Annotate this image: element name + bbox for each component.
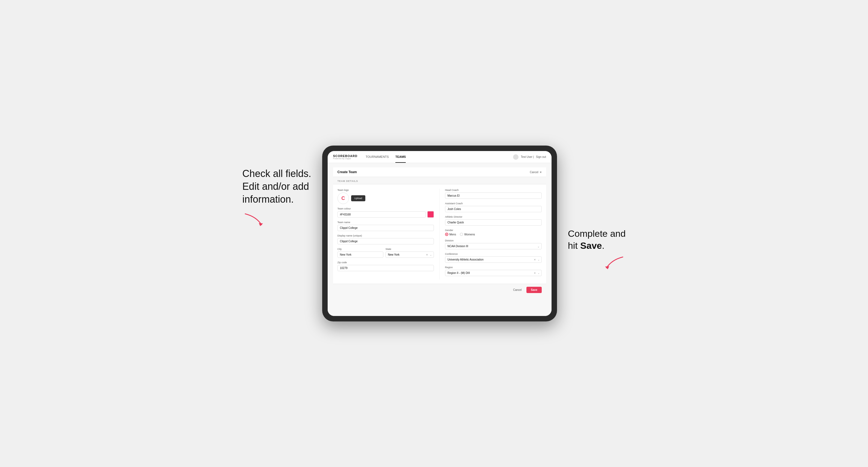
- state-group: State ✕ ⌄: [385, 248, 434, 258]
- head-coach-group: Head Coach: [445, 189, 542, 199]
- region-chevron-icon[interactable]: ⌄: [537, 272, 541, 275]
- conference-select-wrapper: ✕ ⌄: [445, 256, 542, 263]
- modal-title: Create Team: [338, 170, 357, 174]
- nav-links: TOURNAMENTS TEAMS: [366, 151, 513, 163]
- sign-out-link[interactable]: Sign out: [536, 155, 546, 158]
- gender-womens-label: Womens: [464, 233, 475, 236]
- avatar: [513, 154, 519, 160]
- instruction-line3: information.: [243, 193, 311, 206]
- nav-teams[interactable]: TEAMS: [395, 151, 406, 163]
- region-input[interactable]: [445, 270, 533, 276]
- brand-logo: SCOREBOARD Powered by clippd: [333, 154, 358, 159]
- athletic-director-label: Athletic Director: [445, 216, 542, 218]
- svg-marker-1: [605, 266, 609, 269]
- city-group: City: [338, 248, 383, 258]
- team-colour-label: Team colour: [338, 207, 434, 210]
- state-chevron-icon[interactable]: ⌄: [429, 253, 434, 256]
- upload-button[interactable]: Upload: [351, 195, 366, 201]
- gender-label: Gender: [445, 229, 542, 231]
- modal-header: Create Team Cancel ✕: [333, 167, 546, 177]
- tablet-screen: SCOREBOARD Powered by clippd TOURNAMENTS…: [328, 151, 552, 316]
- assistant-coach-label: Assistant Coach: [445, 202, 542, 205]
- svg-marker-0: [259, 223, 263, 226]
- navbar: SCOREBOARD Powered by clippd TOURNAMENTS…: [328, 151, 552, 163]
- instruction-right: Complete and hit Save.: [568, 227, 626, 271]
- form-area: Team logo C Upload Team colo: [333, 184, 546, 284]
- instruction-right-prefix: hit: [568, 240, 580, 251]
- division-select-wrapper: NCAA Division III: [445, 243, 542, 249]
- team-logo-circle: C: [338, 192, 349, 204]
- gender-womens-radio[interactable]: [460, 233, 463, 236]
- state-label: State: [385, 248, 434, 250]
- display-name-group: Display name (unique): [338, 234, 434, 244]
- state-clear-icon[interactable]: ✕: [425, 253, 429, 256]
- brand-main-text: SCOREBOARD: [333, 154, 358, 158]
- tablet-frame: SCOREBOARD Powered by clippd TOURNAMENTS…: [322, 146, 557, 321]
- color-swatch[interactable]: [427, 211, 434, 218]
- team-logo-section: Team logo C Upload: [338, 189, 434, 204]
- team-colour-input[interactable]: [338, 211, 426, 218]
- section-label: TEAM DETAILS: [333, 177, 546, 184]
- cancel-label: Cancel: [530, 171, 538, 174]
- conference-group: Conference ✕ ⌄: [445, 253, 542, 263]
- head-coach-label: Head Coach: [445, 189, 542, 191]
- gender-mens-option[interactable]: Mens: [445, 233, 456, 236]
- modal-footer: Cancel Save: [333, 284, 546, 296]
- form-right: Head Coach Assistant Coach Athletic Dire…: [440, 189, 542, 279]
- assistant-coach-group: Assistant Coach: [445, 202, 542, 212]
- form-grid: Team logo C Upload Team colo: [338, 189, 542, 279]
- zip-input[interactable]: [338, 265, 434, 271]
- cancel-button[interactable]: Cancel: [510, 287, 524, 293]
- conference-chevron-icon[interactable]: ⌄: [537, 258, 541, 261]
- display-name-label: Display name (unique): [338, 234, 434, 237]
- conference-label: Conference: [445, 253, 542, 255]
- brand-sub-text: Powered by clippd: [333, 158, 358, 159]
- assistant-coach-input[interactable]: [445, 206, 542, 212]
- city-input[interactable]: [338, 251, 383, 258]
- gender-womens-option[interactable]: Womens: [460, 233, 475, 236]
- city-label: City: [338, 248, 383, 250]
- region-group: Region ✕ ⌄: [445, 266, 542, 276]
- division-group: Division NCAA Division III: [445, 239, 542, 249]
- color-input-wrapper: [338, 211, 434, 218]
- instruction-line1: Check all fields.: [243, 167, 311, 180]
- region-clear-icon[interactable]: ✕: [533, 272, 537, 275]
- athletic-director-group: Athletic Director: [445, 216, 542, 225]
- team-name-input[interactable]: [338, 225, 434, 231]
- team-name-group: Team name: [338, 221, 434, 231]
- team-colour-group: Team colour: [338, 207, 434, 218]
- region-label: Region: [445, 266, 542, 269]
- instruction-left: Check all fields. Edit and/or add inform…: [243, 167, 311, 227]
- city-state-row: City State ✕ ⌄: [338, 248, 434, 258]
- division-select[interactable]: NCAA Division III: [445, 243, 542, 249]
- team-logo-label: Team logo: [338, 189, 434, 191]
- main-content: Create Team Cancel ✕ TEAM DETAILS: [328, 163, 552, 316]
- form-left: Team logo C Upload Team colo: [338, 189, 440, 279]
- zip-group: Zip code: [338, 261, 434, 271]
- logo-letter: C: [341, 195, 345, 201]
- athletic-director-input[interactable]: [445, 219, 542, 225]
- region-select-wrapper: ✕ ⌄: [445, 270, 542, 276]
- save-button[interactable]: Save: [526, 287, 541, 293]
- instruction-right-suffix: .: [602, 240, 604, 251]
- instruction-right-line1: Complete and: [568, 228, 626, 239]
- navbar-right: Test User | Sign out: [513, 154, 546, 160]
- modal-cancel-button[interactable]: Cancel ✕: [530, 171, 542, 174]
- state-input[interactable]: [386, 252, 425, 257]
- state-input-wrapper: ✕ ⌄: [385, 251, 434, 258]
- zip-label: Zip code: [338, 261, 434, 264]
- nav-tournaments[interactable]: TOURNAMENTS: [366, 151, 389, 163]
- instruction-right-bold: Save: [580, 240, 602, 251]
- close-icon: ✕: [539, 171, 542, 174]
- gender-group: Gender Mens Womens: [445, 229, 542, 236]
- user-label: Test User |: [521, 155, 534, 158]
- head-coach-input[interactable]: [445, 192, 542, 199]
- team-name-label: Team name: [338, 221, 434, 224]
- display-name-input[interactable]: [338, 238, 434, 244]
- gender-mens-label: Mens: [450, 233, 456, 236]
- conference-input[interactable]: [445, 257, 533, 262]
- division-label: Division: [445, 239, 542, 242]
- gender-mens-radio[interactable]: [445, 233, 448, 236]
- gender-options: Mens Womens: [445, 233, 542, 236]
- conference-clear-icon[interactable]: ✕: [533, 258, 537, 261]
